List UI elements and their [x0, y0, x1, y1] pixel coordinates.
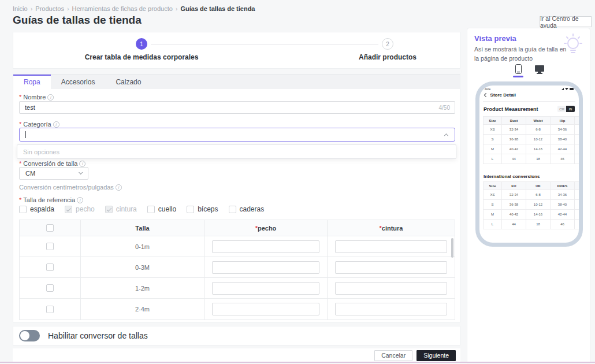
pecho-input[interactable] — [212, 282, 319, 295]
pecho-input[interactable] — [212, 261, 319, 274]
next-button[interactable]: Siguiente — [416, 350, 456, 361]
unit-in: IN — [566, 106, 575, 112]
row-select-cell — [20, 299, 81, 320]
info-icon[interactable] — [79, 161, 85, 167]
preview-cell: 44 — [502, 154, 526, 164]
name-field-shell: 4/50 — [19, 101, 455, 114]
checkbox-espalda[interactable]: espalda — [19, 205, 54, 213]
checkbox-label: cuello — [158, 205, 176, 213]
divider — [483, 101, 575, 102]
step-1-label: Crear tabla de medidas corporales — [85, 53, 199, 61]
preview-cell: 44 — [502, 220, 526, 229]
checkbox-cintura[interactable]: cintura — [105, 205, 137, 213]
checkbox-cuello[interactable]: cuello — [147, 205, 176, 213]
checkbox-pecho[interactable]: pecho — [65, 205, 95, 213]
checkbox[interactable] — [147, 206, 155, 213]
info-icon[interactable] — [53, 121, 60, 128]
tab-accesorios[interactable]: Accesorios — [51, 75, 106, 89]
converter-toggle-card: Habilitar conversor de tallas — [13, 326, 460, 346]
info-icon[interactable] — [77, 197, 83, 203]
info-icon[interactable] — [116, 184, 122, 191]
row-checkbox[interactable] — [46, 263, 54, 271]
required-marker: * — [19, 160, 21, 167]
breadcrumb: Inicio›Productos›Herramientas de fichas … — [13, 5, 255, 12]
preview-table-row: M40-4214-1642-44 — [484, 210, 579, 220]
tab-ropa[interactable]: Ropa — [13, 75, 51, 89]
size-converter-toggle[interactable] — [19, 330, 40, 341]
preview-panel: Vista previa Así se mostrará la guía de … — [467, 28, 590, 364]
toggle-label: Habilitar conversor de tallas — [48, 331, 148, 340]
info-icon[interactable] — [47, 94, 54, 101]
preview-cell: 32-34 — [502, 125, 526, 134]
name-input[interactable] — [20, 102, 439, 113]
sizes-table: Talla* pecho* cintura0-1m0-3M1-2m2-4m — [19, 220, 455, 320]
select-all-checkbox[interactable] — [46, 224, 54, 232]
row-checkbox[interactable] — [46, 284, 54, 292]
cintura-input[interactable] — [335, 282, 447, 295]
required-marker: * — [19, 94, 21, 101]
measurement-cell — [204, 278, 328, 298]
category-combobox[interactable] — [19, 128, 455, 142]
chevron-up-icon — [444, 133, 449, 138]
preview-cell: 36-38 — [502, 200, 526, 209]
breadcrumb-item[interactable]: Productos — [35, 5, 64, 12]
column-header: Talla — [81, 220, 204, 236]
unit-select[interactable]: CM — [19, 167, 88, 180]
checkbox[interactable] — [187, 206, 194, 213]
checkbox[interactable] — [229, 206, 236, 213]
breadcrumb-item[interactable]: Inicio — [13, 5, 28, 12]
cintura-input[interactable] — [335, 303, 447, 315]
cintura-input[interactable] — [335, 240, 447, 253]
breadcrumb-item[interactable]: Herramientas de fichas de producto — [72, 5, 173, 12]
checkbox-caderas[interactable]: caderas — [229, 205, 265, 213]
conversions-table-wrap: SizeEUUKFR/ESXS32-346-834-36S36-3810-123… — [483, 181, 579, 229]
row-checkbox[interactable] — [46, 306, 54, 313]
checkbox-label: bíceps — [198, 205, 218, 213]
preview-cell — [575, 125, 579, 134]
pecho-input[interactable] — [212, 240, 319, 253]
preview-col-header: UK — [526, 182, 551, 190]
checkbox-label: caderas — [240, 205, 265, 213]
table-row: 2-4m — [20, 299, 455, 320]
preview-col-header: Size — [484, 182, 502, 190]
preview-cell — [575, 200, 579, 209]
checkbox-bíceps[interactable]: bíceps — [187, 205, 218, 213]
required-marker: * — [19, 121, 21, 128]
store-detail-title: Store Detail — [490, 92, 516, 98]
phone-mockup: Atoe Store Detail Product Measurement CM… — [475, 81, 583, 247]
breadcrumb-separator: › — [31, 5, 33, 12]
help-center-button[interactable]: Ir al Centro de ayuda — [540, 16, 592, 27]
pecho-input[interactable] — [212, 303, 319, 315]
measurement-header: Product Measurement CMIN — [484, 106, 575, 112]
size-guide-form-card: RopaAccesoriosCalzado * Nombre 4/50 * Ca… — [13, 74, 460, 322]
preview-cell: XS — [484, 125, 502, 134]
monitor-icon — [535, 65, 544, 72]
size-cell: 2-4m — [81, 299, 204, 320]
preview-col-header: EU — [502, 182, 526, 190]
table-scrollbar[interactable] — [451, 238, 453, 258]
column-header-label: pecho — [258, 225, 276, 232]
cancel-button[interactable]: Cancelar — [374, 350, 412, 361]
status-icons — [561, 88, 574, 90]
signal-icon — [561, 88, 564, 90]
preview-cell: 46 — [551, 220, 575, 229]
column-header: * pecho — [204, 220, 328, 236]
phone-status-bar: Atoe — [485, 87, 574, 91]
reference-checkbox-group: espaldapechocinturacuellobícepscaderas — [19, 205, 264, 213]
measurement-cell — [328, 278, 455, 298]
row-checkbox[interactable] — [46, 243, 54, 250]
phone-nav-bar: Store Detail — [485, 92, 516, 98]
preview-cell — [575, 190, 579, 199]
cintura-input[interactable] — [335, 261, 447, 274]
checkbox-label: cintura — [116, 205, 137, 213]
desktop-preview-icon[interactable] — [535, 64, 544, 72]
measurement-cell — [328, 236, 455, 257]
required-marker: * — [19, 196, 21, 203]
mobile-preview-icon[interactable] — [513, 64, 523, 77]
char-counter: 4/50 — [439, 105, 455, 111]
tab-calzado[interactable]: Calzado — [105, 75, 151, 89]
checkbox[interactable] — [19, 206, 27, 213]
unit-toggle: CMIN — [557, 106, 575, 112]
preview-cell: 32-34 — [502, 190, 526, 199]
measurement-table: SizeBustWaistHipXS32-346-834-36S36-3810-… — [483, 116, 579, 164]
